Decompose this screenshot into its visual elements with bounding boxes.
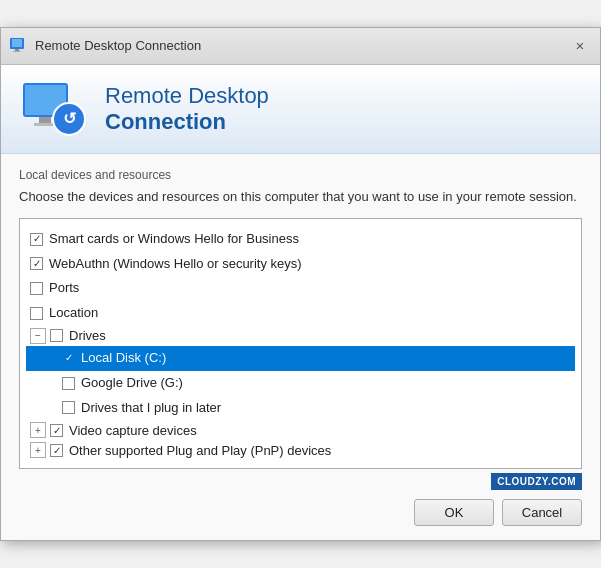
app-icon: ↺ bbox=[19, 79, 89, 139]
video-capture-expand-button[interactable]: + bbox=[30, 422, 46, 438]
header-area: ↺ Remote Desktop Connection bbox=[1, 65, 600, 154]
window-icon bbox=[9, 36, 29, 56]
pnp-label: Other supported Plug and Play (PnP) devi… bbox=[69, 443, 331, 458]
svg-rect-6 bbox=[39, 117, 51, 123]
ok-button[interactable]: OK bbox=[414, 499, 494, 526]
svg-text:↺: ↺ bbox=[63, 110, 76, 127]
google-drive-checkbox[interactable] bbox=[62, 377, 75, 390]
description-text: Choose the devices and resources on this… bbox=[19, 188, 582, 206]
video-capture-label: Video capture devices bbox=[69, 423, 197, 438]
svg-rect-3 bbox=[13, 51, 21, 52]
list-item: Location bbox=[26, 301, 575, 326]
ports-checkbox[interactable] bbox=[30, 282, 43, 295]
device-list-box: ✓ Smart cards or Windows Hello for Busin… bbox=[19, 218, 582, 470]
footer-area: CLOUDZY.COM OK Cancel bbox=[1, 493, 600, 540]
title-bar: Remote Desktop Connection × bbox=[1, 28, 600, 65]
smart-cards-label: Smart cards or Windows Hello for Busines… bbox=[49, 229, 299, 250]
video-capture-row: + ✓ Video capture devices bbox=[26, 420, 575, 440]
pnp-expand-button[interactable]: + bbox=[30, 442, 46, 458]
list-item: Drives that I plug in later bbox=[26, 396, 575, 421]
list-item: ✓ Smart cards or Windows Hello for Busin… bbox=[26, 227, 575, 252]
close-button[interactable]: × bbox=[568, 34, 592, 58]
list-item: ✓ WebAuthn (Windows Hello or security ke… bbox=[26, 252, 575, 277]
drives-expand-button[interactable]: − bbox=[30, 328, 46, 344]
pnp-checkbox[interactable]: ✓ bbox=[50, 444, 63, 457]
location-label: Location bbox=[49, 303, 98, 324]
header-title-line1: Remote Desktop bbox=[105, 83, 269, 109]
cancel-button[interactable]: Cancel bbox=[502, 499, 582, 526]
list-item: Ports bbox=[26, 276, 575, 301]
local-disk-checkbox[interactable]: ✓ bbox=[62, 352, 75, 365]
content-area: Local devices and resources Choose the d… bbox=[1, 154, 600, 494]
header-title-line2: Connection bbox=[105, 109, 269, 135]
list-item: Google Drive (G:) bbox=[26, 371, 575, 396]
video-capture-checkbox[interactable]: ✓ bbox=[50, 424, 63, 437]
main-window: Remote Desktop Connection × ↺ Remote Des… bbox=[0, 27, 601, 542]
plug-in-later-label: Drives that I plug in later bbox=[81, 398, 221, 419]
title-bar-text: Remote Desktop Connection bbox=[35, 38, 568, 53]
drives-row: − Drives bbox=[26, 326, 575, 346]
drives-checkbox[interactable] bbox=[50, 329, 63, 342]
drives-label: Drives bbox=[69, 328, 106, 343]
ports-label: Ports bbox=[49, 278, 79, 299]
header-title: Remote Desktop Connection bbox=[105, 83, 269, 135]
pnp-row: + ✓ Other supported Plug and Play (PnP) … bbox=[26, 440, 575, 460]
smart-cards-checkbox[interactable]: ✓ bbox=[30, 233, 43, 246]
watermark: CLOUDZY.COM bbox=[491, 473, 582, 490]
svg-rect-1 bbox=[12, 39, 22, 47]
svg-rect-2 bbox=[15, 49, 19, 51]
location-checkbox[interactable] bbox=[30, 307, 43, 320]
webauthn-checkbox[interactable]: ✓ bbox=[30, 257, 43, 270]
list-item[interactable]: ✓ Local Disk (C:) bbox=[26, 346, 575, 371]
google-drive-label: Google Drive (G:) bbox=[81, 373, 183, 394]
section-label: Local devices and resources bbox=[19, 168, 582, 182]
local-disk-label: Local Disk (C:) bbox=[81, 348, 166, 369]
plug-in-later-checkbox[interactable] bbox=[62, 401, 75, 414]
webauthn-label: WebAuthn (Windows Hello or security keys… bbox=[49, 254, 302, 275]
